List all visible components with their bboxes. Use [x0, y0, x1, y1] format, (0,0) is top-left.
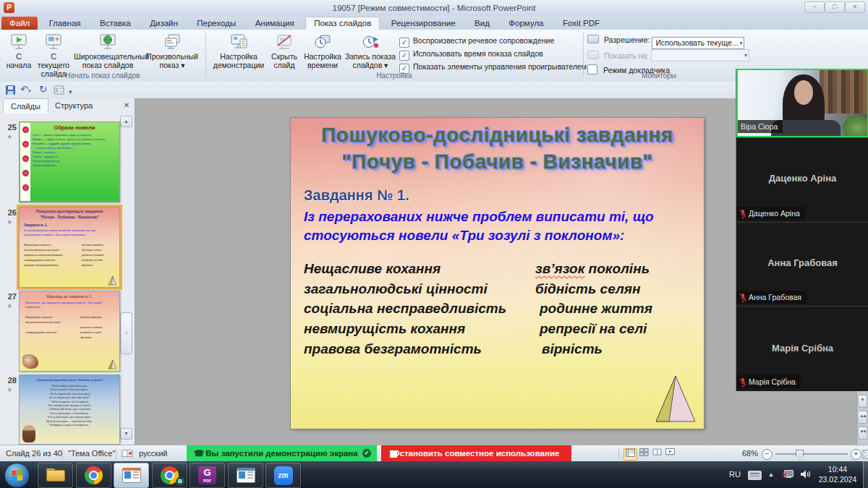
tab-review[interactable]: Рецензирование — [383, 17, 464, 30]
taskbar-zoom-button[interactable]: zm — [265, 463, 301, 488]
thumb-26-title1: Пошуково-дослідницькі завдання — [20, 209, 119, 213]
thumbs-scroll-up[interactable]: ▲ — [120, 116, 132, 127]
undo-dropdown-arrow[interactable]: ▾ — [28, 88, 31, 93]
tab-insert[interactable]: Вставка — [92, 17, 139, 30]
participant-tile[interactable]: Даценко Аріна Даценко Аріна — [736, 137, 868, 223]
custom-slideshow-button[interactable]: Произвольныйпоказ ▾ — [143, 32, 201, 74]
stop-share-button[interactable]: Остановить совместное использование — [381, 445, 571, 462]
screen-globe-icon — [98, 33, 117, 51]
tab-outline-pane[interactable]: Структура — [48, 98, 100, 113]
zoom-slider-track[interactable] — [775, 453, 848, 455]
zoom-out-button[interactable]: − — [762, 449, 773, 460]
tab-formula[interactable]: Формула — [501, 17, 551, 30]
thumbs-scroll-down[interactable]: ▼ — [120, 428, 132, 440]
group-label-start-slideshow: Начать показ слайдов — [0, 72, 205, 80]
tray-expand-icon[interactable]: ▲ — [768, 461, 774, 488]
slide-title[interactable]: Пошуково-дослідницькі завдання "Почув - … — [291, 121, 704, 175]
show-desktop-button[interactable] — [863, 461, 868, 488]
quill-image — [22, 354, 38, 369]
taskbar-chrome-profile-button[interactable]: B — [152, 463, 187, 488]
spellcheck-icon[interactable] — [122, 449, 133, 458]
next-slide-icon[interactable]: ▼▼ — [858, 427, 867, 440]
network-error-badge: ✕ — [781, 471, 787, 479]
slide-thumbnail-26-selected[interactable]: Пошуково-дослідницькі завдання "Почув - … — [19, 207, 120, 288]
slide-thumbnail-28[interactable]: Українська народна пісня «Летіла зозуля»… — [19, 374, 120, 445]
thumb-27-number: 27 — [4, 292, 17, 301]
undo-icon[interactable]: ↶▾ — [20, 84, 30, 97]
tray-clock[interactable]: 10:44 23.02.2024 — [816, 464, 859, 484]
current-slide-canvas[interactable]: Пошуково-дослідницькі завдання "Почув - … — [291, 118, 704, 429]
tab-file[interactable]: Файл — [1, 17, 38, 30]
normal-view-button[interactable] — [624, 448, 637, 461]
participant-name-label: Віра Сіора — [738, 120, 783, 133]
thumb-26-task: Завдання № 1. — [24, 223, 48, 227]
qat-customize-arrow[interactable]: ▾ — [69, 86, 72, 98]
keyboard-layout-icon[interactable] — [748, 471, 762, 480]
slide-sorter-button[interactable] — [638, 448, 650, 459]
tab-home[interactable]: Главная — [41, 17, 89, 30]
slide-task-text[interactable]: Із перерахованих нижче проблем виписати … — [304, 207, 698, 245]
slide-counter: Слайд 26 из 40 — [6, 445, 62, 462]
tab-animations[interactable]: Анимация — [247, 17, 302, 30]
participant-video-tile[interactable]: Віра Сіора — [736, 69, 868, 137]
screen-play-icon — [9, 33, 28, 51]
tab-foxit-pdf[interactable]: Foxit PDF — [555, 17, 608, 30]
rehearse-timings-button[interactable]: Настройкавремени — [302, 32, 343, 74]
slide-task-label[interactable]: Завдання № 1. — [304, 187, 409, 204]
panel-close-icon[interactable]: ✕ — [122, 100, 132, 111]
slide-thumbnail-25[interactable]: Образи новели Соня — дівчина вразлива, щ… — [19, 121, 120, 202]
thumb-27-subtitle: Проблеми, що порушені автором у новелі «… — [25, 301, 112, 309]
setup-slideshow-button[interactable]: Настройкадемонстрации — [211, 32, 266, 74]
checkbox-use-timings[interactable]: ✓Использовать время показа слайдов — [399, 48, 543, 60]
misspelled-word: зв’язок — [535, 261, 584, 276]
record-clock-icon — [361, 33, 380, 51]
close-button[interactable]: × — [845, 1, 865, 13]
redo-icon[interactable]: ↻ — [39, 84, 47, 95]
screen-slide-icon — [44, 33, 63, 51]
previous-slide-icon[interactable]: ▲▲ — [858, 411, 867, 424]
taskbar-presentation-button[interactable] — [228, 463, 263, 488]
from-current-slide-button[interactable]: С текущегослайда — [35, 32, 72, 74]
language-indicator[interactable]: русский — [139, 445, 167, 462]
taskbar-powerpoint-button-active[interactable] — [114, 463, 149, 488]
participant-name-label: Даценко Аріна — [736, 207, 805, 220]
tab-design[interactable]: Дизайн — [142, 17, 186, 30]
reading-view-button[interactable] — [651, 448, 663, 459]
slideshow-view-button[interactable] — [664, 448, 676, 459]
tab-slides-pane[interactable]: Слайды — [3, 98, 48, 114]
zoom-in-button[interactable]: + — [851, 449, 861, 460]
slide-thumbnail-27[interactable]: Відповідь до завдання № 1. Проблеми, що … — [19, 291, 120, 372]
taskbar-explorer-button[interactable] — [38, 463, 73, 488]
bookshelf-background — [820, 70, 867, 114]
save-icon[interactable] — [5, 85, 16, 95]
scroll-down-icon[interactable]: ▼ — [858, 395, 867, 408]
start-button[interactable] — [4, 463, 30, 488]
checkbox-play-narrations[interactable]: ✓Воспроизвести речевое сопровождение — [399, 35, 554, 47]
dropdown-arrow-icon: ▾ — [744, 50, 747, 61]
volume-icon[interactable] — [800, 469, 812, 479]
tab-view[interactable]: Вид — [467, 17, 498, 30]
thumbs-scrollbar-thumb[interactable]: ≡ — [120, 312, 132, 354]
tab-slideshow[interactable]: Показ слайдов — [305, 17, 380, 31]
maximize-button[interactable]: □ — [825, 1, 845, 13]
hide-slide-button[interactable]: Скрытьслайд — [268, 32, 301, 74]
from-beginning-button[interactable]: Сначала — [4, 32, 33, 74]
participant-tile[interactable]: Анна Грабовая Анна Грабовая — [736, 222, 868, 307]
broadcast-slideshow-button[interactable]: Широковещательныйпоказ слайдов — [74, 32, 142, 74]
participant-tile[interactable]: Марія Срібна Марія Срібна — [736, 306, 868, 391]
thumb-26-title2: "Почув - Побачив - Визначив" — [20, 215, 119, 219]
tray-language-indicator[interactable]: RU — [729, 461, 741, 488]
resolution-row: Разрешение: Использовать текуще... ▾ — [587, 34, 744, 47]
tab-transitions[interactable]: Переходы — [189, 17, 244, 30]
minimize-button[interactable]: − — [804, 1, 825, 13]
resolution-dropdown[interactable]: Использовать текуще... ▾ — [652, 37, 744, 49]
thumb-28-poem: Летіла зозуля через мою хату, Сіла на ка… — [20, 385, 119, 427]
slideshow-toolbar-icon[interactable] — [54, 85, 64, 95]
taskbar-foxit-pdf-button[interactable]: G PDF — [190, 463, 225, 488]
network-icon[interactable]: ✕ — [783, 469, 794, 479]
zoom-participants-panel: Віра Сіора Даценко Аріна Даценко Аріна А… — [736, 69, 868, 390]
taskbar-chrome-button[interactable] — [76, 463, 111, 488]
zoom-slider-thumb[interactable] — [796, 450, 804, 460]
fit-to-window-icon[interactable] — [862, 450, 868, 459]
record-slideshow-button[interactable]: Запись показаслайдов ▾ — [344, 32, 396, 74]
